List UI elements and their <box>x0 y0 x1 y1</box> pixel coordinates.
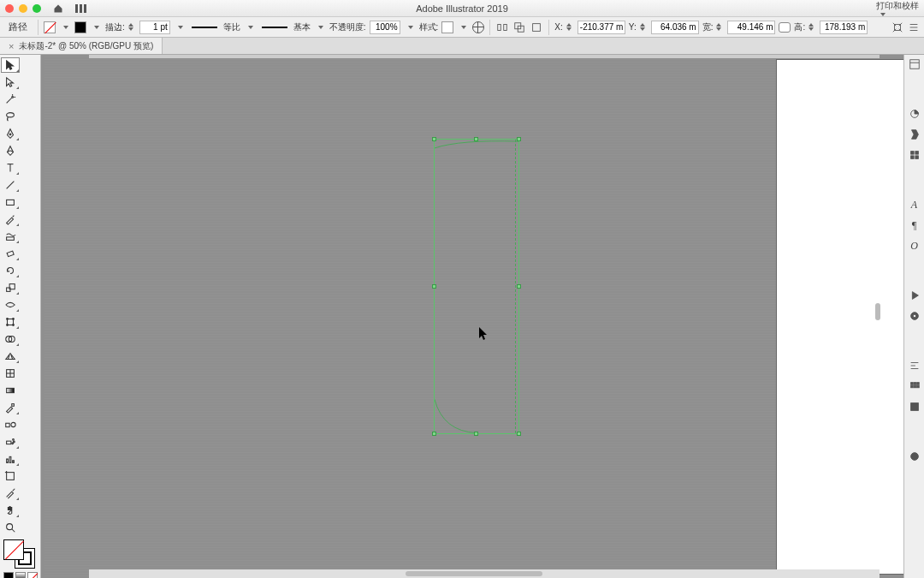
paragraph-panel-icon[interactable]: ¶ <box>907 217 922 233</box>
stroke-weight-dropdown[interactable] <box>174 25 186 30</box>
recolor-artwork-icon[interactable] <box>472 21 484 33</box>
brush-definition-dropdown[interactable] <box>314 25 326 30</box>
scale-tool[interactable] <box>1 280 20 295</box>
color-mode-solid[interactable] <box>3 572 14 578</box>
fill-color-indicator[interactable] <box>3 539 24 560</box>
resize-handle-tm[interactable] <box>474 137 478 141</box>
close-window-button[interactable] <box>5 4 14 13</box>
horizontal-scroll-thumb[interactable] <box>406 571 542 576</box>
selection-bounding-box[interactable] <box>434 139 519 434</box>
selection-tool[interactable] <box>1 57 20 73</box>
proof-setup-label[interactable]: 打印和校样 <box>876 0 919 17</box>
shape-mode-icon[interactable] <box>512 21 526 34</box>
stroke-dropdown[interactable] <box>90 25 102 30</box>
rectangle-tool[interactable] <box>1 194 20 210</box>
x-stepper[interactable] <box>566 23 572 31</box>
svg-point-46 <box>14 441 15 443</box>
resize-handle-tl[interactable] <box>432 137 436 141</box>
isolate-icon[interactable] <box>891 21 904 34</box>
resize-handle-br[interactable] <box>517 432 521 436</box>
close-tab-icon[interactable]: × <box>9 41 14 51</box>
width-tool[interactable] <box>1 297 20 313</box>
height-input[interactable] <box>820 21 868 34</box>
align-icon[interactable] <box>495 21 509 34</box>
stroke-swatch[interactable] <box>74 21 86 33</box>
y-stepper[interactable] <box>640 23 645 31</box>
pathfinder-panel-icon[interactable] <box>907 378 922 394</box>
line-segment-tool[interactable] <box>1 177 20 193</box>
opentype-panel-icon[interactable]: O <box>907 238 922 253</box>
character-panel-icon[interactable]: A <box>907 197 922 212</box>
color-mode-none[interactable] <box>27 572 38 578</box>
gradient-tool[interactable] <box>1 383 20 398</box>
graphic-style-dropdown[interactable] <box>457 25 469 30</box>
panel-menu-icon[interactable] <box>907 21 921 34</box>
resize-handle-bl[interactable] <box>432 432 436 436</box>
slice-tool[interactable] <box>1 486 20 501</box>
align-panel-icon[interactable] <box>907 358 922 373</box>
resize-handle-mr[interactable] <box>517 284 521 289</box>
stroke-weight-input[interactable] <box>139 21 170 34</box>
fill-swatch[interactable] <box>44 21 56 33</box>
width-input[interactable] <box>727 21 775 34</box>
menu-icon[interactable] <box>75 4 86 13</box>
blend-tool[interactable] <box>1 417 20 432</box>
perspective-grid-tool[interactable] <box>1 349 20 364</box>
fill-dropdown[interactable] <box>59 25 71 30</box>
links-panel-icon[interactable] <box>907 308 922 324</box>
document-tab[interactable]: × 未标题-2* @ 50% (RGB/GPU 预览) <box>0 38 163 54</box>
color-mode-gradient[interactable] <box>15 572 26 578</box>
lasso-tool[interactable] <box>1 109 20 124</box>
stroke-weight-stepper[interactable] <box>128 23 133 31</box>
rotate-tool[interactable] <box>1 263 20 278</box>
mesh-tool[interactable] <box>1 366 20 381</box>
artboard[interactable] <box>777 60 924 574</box>
resize-handle-ml[interactable] <box>432 284 436 289</box>
symbol-sprayer-tool[interactable] <box>1 434 20 450</box>
canvas-pasteboard[interactable] <box>44 55 902 578</box>
zoom-tool[interactable] <box>1 520 20 535</box>
minimize-window-button[interactable] <box>19 4 27 13</box>
width-stepper[interactable] <box>716 23 721 31</box>
opacity-dropdown[interactable] <box>404 25 416 30</box>
height-stepper[interactable] <box>808 23 814 31</box>
free-transform-tool[interactable] <box>1 314 20 330</box>
brushes-panel-icon[interactable] <box>907 147 922 163</box>
actions-panel-icon[interactable] <box>907 288 922 303</box>
y-input[interactable] <box>651 21 699 34</box>
properties-panel-icon[interactable] <box>907 57 922 72</box>
vertical-scroll-thumb[interactable] <box>875 303 880 320</box>
paintbrush-tool[interactable] <box>1 212 20 227</box>
resize-handle-tr[interactable] <box>517 137 521 141</box>
link-dimensions-icon[interactable] <box>779 22 791 33</box>
shape-builder-tool[interactable] <box>1 331 20 347</box>
graphic-style-swatch[interactable] <box>441 21 453 33</box>
eraser-tool[interactable] <box>1 246 20 261</box>
direct-selection-tool[interactable] <box>1 74 20 90</box>
shaper-tool[interactable] <box>1 229 20 244</box>
type-tool[interactable] <box>1 160 20 176</box>
pen-tool[interactable] <box>1 126 20 141</box>
hand-tool[interactable] <box>1 503 20 518</box>
fill-stroke-indicator[interactable] <box>3 539 37 570</box>
appearance-panel-icon[interactable] <box>907 449 922 464</box>
color-panel-icon[interactable] <box>907 106 922 122</box>
svg-point-47 <box>12 443 14 444</box>
home-icon[interactable] <box>53 3 63 14</box>
opacity-input[interactable] <box>370 21 400 34</box>
maximize-window-button[interactable] <box>33 4 41 13</box>
eyedropper-tool[interactable] <box>1 400 20 415</box>
variable-width-dropdown[interactable] <box>244 25 256 30</box>
swatches-panel-icon[interactable] <box>907 127 922 142</box>
transform-icon[interactable] <box>530 21 543 34</box>
column-graph-tool[interactable] <box>1 451 20 467</box>
artboard-tool[interactable] <box>1 468 20 484</box>
resize-handle-bm[interactable] <box>474 432 478 436</box>
x-input[interactable] <box>578 21 625 34</box>
horizontal-scrollbar[interactable] <box>89 569 880 578</box>
brush-preview[interactable] <box>262 27 287 28</box>
curvature-tool[interactable] <box>1 143 20 158</box>
magic-wand-tool[interactable] <box>1 92 20 107</box>
transform-panel-icon[interactable] <box>907 399 922 414</box>
stroke-profile-preview[interactable] <box>192 27 217 28</box>
